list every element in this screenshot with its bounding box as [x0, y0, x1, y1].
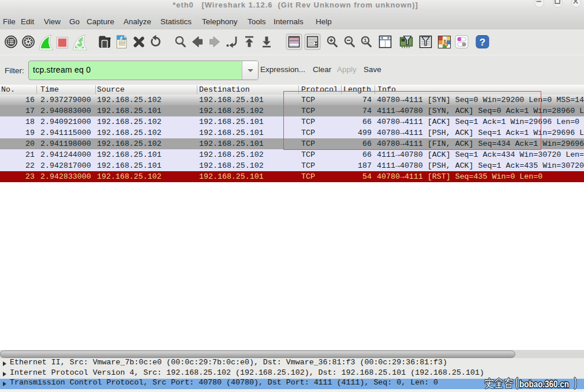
- svg-text:?: ?: [480, 37, 485, 48]
- svg-text:bobao.360.cn: bobao.360.cn: [519, 379, 569, 389]
- svg-text:1: 1: [364, 37, 367, 43]
- svg-text:0111: 0111: [119, 43, 125, 46]
